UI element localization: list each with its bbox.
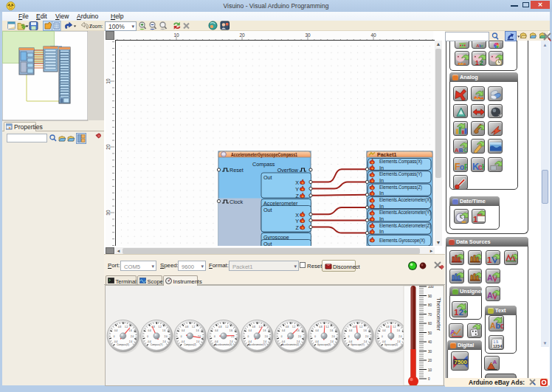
svg-text:Elements.Gyroscope(X): Elements.Gyroscope(X) xyxy=(379,238,425,244)
svg-text:Z: Z xyxy=(296,224,300,231)
svg-text:Gyroscope(Z): Gyroscope(Z) xyxy=(384,343,398,346)
svg-text:Elements.Accelerometer(Y): Elements.Accelerometer(Y) xyxy=(379,210,431,216)
svg-text:A: A xyxy=(487,273,493,282)
svg-text:F: F xyxy=(464,162,468,171)
svg-text:Compass(Y): Compass(Y) xyxy=(151,343,163,346)
svg-text:50: 50 xyxy=(428,331,432,335)
svg-text:80: 80 xyxy=(428,303,432,307)
svg-text:Y: Y xyxy=(295,218,299,224)
svg-text:K: K xyxy=(481,162,485,171)
svg-text:70: 70 xyxy=(428,313,432,317)
svg-text:X: X xyxy=(295,179,299,186)
svg-text:AccelerometerGyroscopeCompass1: AccelerometerGyroscopeCompass1 xyxy=(231,152,297,158)
svg-text:0: 0 xyxy=(428,377,430,381)
svg-text:Elements.Compass(X): Elements.Compass(X) xyxy=(379,159,422,165)
svg-text:Elements.Accelerometer(X): Elements.Accelerometer(X) xyxy=(379,197,431,203)
svg-text:7500: 7500 xyxy=(455,359,468,365)
svg-text:30: 30 xyxy=(305,32,311,38)
svg-text:1: 1 xyxy=(473,214,478,224)
svg-text:Elements.Accelerometer(Z): Elements.Accelerometer(Z) xyxy=(379,223,431,229)
svg-text:100: 100 xyxy=(428,286,434,289)
svg-text:Gyroscope(Y): Gyroscope(Y) xyxy=(351,343,365,346)
svg-text:Z: Z xyxy=(296,193,300,199)
svg-text:20: 20 xyxy=(428,359,432,362)
svg-text:Reset: Reset xyxy=(230,167,244,173)
svg-text:Accelerometer(X): Accelerometer(X) xyxy=(215,343,232,346)
svg-text:Out: Out xyxy=(263,241,272,247)
svg-text:Y: Y xyxy=(295,186,299,193)
svg-text:Compass(Z): Compass(Z) xyxy=(184,343,196,346)
svg-text:30: 30 xyxy=(106,210,111,216)
svg-text:1: 1 xyxy=(454,308,458,317)
svg-text:A: A xyxy=(493,359,497,365)
svg-text:40: 40 xyxy=(428,340,432,344)
svg-text:c: c xyxy=(481,44,483,48)
svg-text:20: 20 xyxy=(106,144,111,150)
svg-text:30: 30 xyxy=(428,350,432,354)
svg-text:1: 1 xyxy=(475,59,479,66)
svg-text:Out: Out xyxy=(263,174,272,181)
svg-text:1: 1 xyxy=(487,255,492,264)
svg-text:Accelerometer(Z): Accelerometer(Z) xyxy=(282,343,299,346)
svg-text:Thermometer: Thermometer xyxy=(435,298,442,331)
svg-text:2: 2 xyxy=(480,59,483,66)
svg-text:90: 90 xyxy=(428,295,432,298)
svg-text:Compass: Compass xyxy=(252,161,275,168)
svg-text:Accelerometer(Y): Accelerometer(Y) xyxy=(249,343,266,346)
svg-text:Elements.Compass(Y): Elements.Compass(Y) xyxy=(379,171,422,177)
svg-text:1234: 1234 xyxy=(493,344,503,348)
svg-text:Gyroscope(X): Gyroscope(X) xyxy=(317,343,331,346)
svg-text:A: A xyxy=(487,291,493,300)
svg-text:60: 60 xyxy=(428,322,432,326)
svg-text:20: 20 xyxy=(239,32,245,38)
svg-text:Out: Out xyxy=(263,207,272,213)
svg-text:Compass(X): Compass(X) xyxy=(117,343,129,346)
svg-text:10: 10 xyxy=(106,78,111,84)
svg-text:Clock: Clock xyxy=(230,199,243,205)
svg-text:Elements.Compass(Z): Elements.Compass(Z) xyxy=(379,185,422,190)
svg-text:10: 10 xyxy=(428,368,432,372)
svg-text:Packet1: Packet1 xyxy=(377,152,397,157)
svg-text:40: 40 xyxy=(370,32,376,38)
svg-text:10: 10 xyxy=(173,32,179,38)
